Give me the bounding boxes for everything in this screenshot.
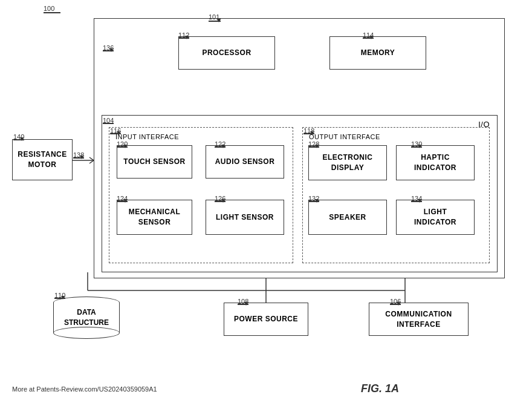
- mechanical-sensor-box: MECHANICAL SENSOR: [117, 200, 192, 235]
- light-indicator-box: LIGHT INDICATOR: [396, 200, 475, 235]
- diagram-container: 100 101 PROCESSOR 112 MEMORY 114 I/O 104…: [0, 0, 532, 375]
- speaker-box: SPEAKER: [308, 200, 387, 235]
- light-sensor-box: LIGHT SENSOR: [206, 200, 284, 235]
- touch-sensor-box: TOUCH SENSOR: [117, 145, 192, 179]
- haptic-indicator-box: HAPTIC INDICATOR: [396, 145, 475, 180]
- power-source-box: POWER SOURCE: [224, 303, 308, 336]
- data-structure-box: DATASTRUCTURE: [53, 297, 120, 339]
- memory-box: MEMORY: [329, 36, 426, 70]
- processor-box: PROCESSOR: [178, 36, 275, 70]
- audio-sensor-box: AUDIO SENSOR: [206, 145, 284, 179]
- footer: More at Patents-Review.com/US20240359059…: [0, 382, 532, 395]
- footer-website: More at Patents-Review.com/US20240359059…: [12, 385, 361, 393]
- footer-figure: FIG. 1A: [361, 382, 399, 395]
- resistance-motor-box: RESISTANCE MOTOR: [12, 139, 73, 180]
- ref-100: 100: [44, 5, 54, 12]
- electronic-display-box: ELECTRONIC DISPLAY: [308, 145, 387, 180]
- communication-interface-box: COMMUNICATION INTERFACE: [369, 303, 469, 336]
